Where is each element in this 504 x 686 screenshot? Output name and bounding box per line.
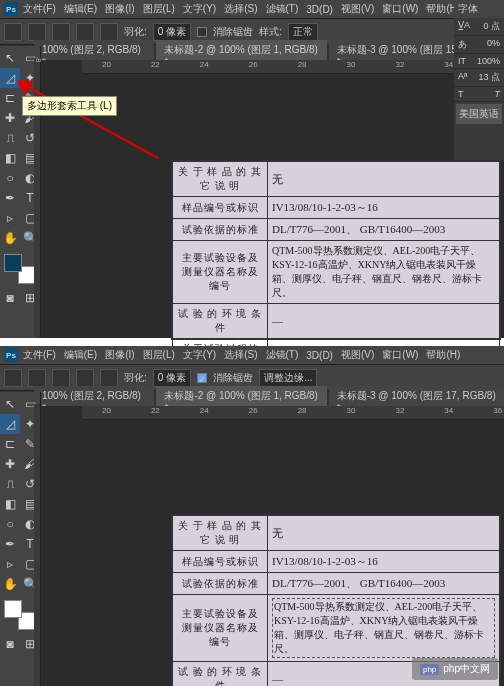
menu-view[interactable]: 视图(V)	[338, 348, 377, 362]
spec-table: 关 于 样 品 的 其 它 说 明无 样品编号或标识IV13/08/10-1-2…	[172, 161, 500, 374]
row1-value: 无	[268, 162, 500, 197]
php-badge-icon: php	[420, 664, 439, 675]
menu-edit[interactable]: 编辑(E)	[61, 2, 100, 16]
menu-filter[interactable]: 滤镜(T)	[263, 348, 302, 362]
row1-value: 无	[268, 516, 500, 551]
panel-title: 字体	[454, 0, 504, 18]
sel-sub-icon[interactable]	[76, 369, 94, 387]
sel-add-icon[interactable]	[52, 23, 70, 41]
move-tool[interactable]: ↖	[0, 48, 20, 68]
row5-label: 试 验 的 环 境 条 件	[173, 304, 268, 339]
menu-type[interactable]: 文字(Y)	[180, 348, 219, 362]
feather-input[interactable]: 0 像素	[153, 369, 191, 387]
pt1[interactable]: 13 点	[478, 71, 500, 84]
menu-3d[interactable]: 3D(D)	[303, 350, 336, 361]
sel-add-icon[interactable]	[52, 369, 70, 387]
ruler-vertical	[34, 404, 40, 686]
sel-new-icon[interactable]	[28, 23, 46, 41]
hand-tool[interactable]: ✋	[0, 228, 20, 248]
sel-sub-icon[interactable]	[76, 23, 94, 41]
canvas-area[interactable]: 2022242628303234363840 关 于 样 品 的 其 它 说 明…	[41, 406, 504, 686]
photoshop-bottom-instance: Ps 文件(F) 编辑(E) 图像(I) 图层(L) 文字(Y) 选择(S) 滤…	[0, 346, 504, 686]
lasso-tool[interactable]: ◿	[0, 414, 20, 434]
sel-intersect-icon[interactable]	[100, 23, 118, 41]
eraser-tool[interactable]: ◧	[0, 148, 20, 168]
menu-type[interactable]: 文字(Y)	[180, 2, 219, 16]
sel-new-icon[interactable]	[28, 369, 46, 387]
right-panel: 字体 V̲A0 点 あ0% IT100% Aª13 点 TT 美国英语	[454, 0, 504, 160]
pct3[interactable]: 100%	[477, 56, 500, 66]
menu-view[interactable]: 视图(V)	[338, 2, 377, 16]
quickmask-tool[interactable]: ◙	[0, 634, 20, 654]
stamp-tool[interactable]: ⎍	[0, 128, 20, 148]
foreground-swatch[interactable]	[4, 600, 22, 618]
quickmask-tool[interactable]: ◙	[0, 288, 20, 308]
eraser-tool[interactable]: ◧	[0, 494, 20, 514]
char-ti-icon[interactable]: T	[495, 89, 501, 99]
tool-preset-icon[interactable]	[4, 23, 22, 41]
refine-edge-button[interactable]: 调整边缘...	[259, 369, 317, 387]
sel-intersect-icon[interactable]	[100, 369, 118, 387]
antialias-label: 消除锯齿	[213, 371, 253, 385]
menu-edit[interactable]: 编辑(E)	[61, 348, 100, 362]
stamp-tool[interactable]: ⎍	[0, 474, 20, 494]
menu-select[interactable]: 选择(S)	[221, 348, 260, 362]
row3-value: DL/T776—2001、 GB/T16400—2003	[268, 573, 500, 595]
foreground-swatch[interactable]	[4, 254, 22, 272]
row3-label: 试验依据的标准	[173, 573, 268, 595]
menu-help[interactable]: 帮助(H)	[423, 348, 463, 362]
menu-filter[interactable]: 滤镜(T)	[263, 2, 302, 16]
menu-window[interactable]: 窗口(W)	[379, 348, 421, 362]
row1-label: 关 于 样 品 的 其 它 说 明	[173, 162, 268, 197]
ruler-horizontal: 2022242628303234363840	[82, 406, 504, 420]
heal-tool[interactable]: ✚	[0, 108, 20, 128]
row2-value: IV13/08/10-1-2-03～16	[268, 197, 500, 219]
menu-image[interactable]: 图像(I)	[102, 348, 137, 362]
menu-select[interactable]: 选择(S)	[221, 2, 260, 16]
annotation-arrow-icon	[18, 78, 168, 168]
tool-preset-icon[interactable]	[4, 369, 22, 387]
menu-3d[interactable]: 3D(D)	[303, 4, 336, 15]
pct1[interactable]: 0%	[487, 38, 500, 51]
menubar: Ps 文件(F) 编辑(E) 图像(I) 图层(L) 文字(Y) 选择(S) 滤…	[0, 346, 504, 365]
row3-label: 试验依据的标准	[173, 219, 268, 241]
style-select[interactable]: 正常	[288, 23, 318, 41]
move-tool[interactable]: ↖	[0, 394, 20, 414]
menu-image[interactable]: 图像(I)	[102, 2, 137, 16]
heal-tool[interactable]: ✚	[0, 454, 20, 474]
feather-label: 羽化:	[124, 25, 147, 39]
path-tool[interactable]: ▹	[0, 208, 20, 228]
row4-label: 主要试验设备及测量仪器名称及编号	[173, 595, 268, 662]
language-button[interactable]: 美国英语	[456, 104, 502, 124]
selection-marquee: QTM-500导热系数测定仪、AEL-200电子天平、KSY-12-16高温炉、…	[272, 598, 495, 658]
row2-label: 样品编号或标识	[173, 197, 268, 219]
row4-value: QTM-500导热系数测定仪、AEL-200电子天平、KSY-12-16高温炉、…	[268, 595, 500, 662]
ps-logo-icon: Ps	[4, 2, 18, 16]
menu-window[interactable]: 窗口(W)	[379, 2, 421, 16]
menu-file[interactable]: 文件(F)	[20, 348, 59, 362]
pen-tool[interactable]: ✒	[0, 188, 20, 208]
watermark-text: php中文网	[443, 662, 490, 676]
blur-tool[interactable]: ○	[0, 514, 20, 534]
crop-tool[interactable]: ⊏	[0, 88, 20, 108]
menu-file[interactable]: 文件(F)	[20, 2, 59, 16]
feather-label: 羽化:	[124, 371, 147, 385]
row3-value: DL/T776—2001、 GB/T16400—2003	[268, 219, 500, 241]
tool-tooltip: 多边形套索工具 (L)	[22, 96, 117, 116]
feather-input[interactable]: 0 像素	[153, 23, 191, 41]
row1-label: 关 于 样 品 的 其 它 说 明	[173, 516, 268, 551]
menu-layer[interactable]: 图层(L)	[140, 348, 178, 362]
tracking-value[interactable]: 0 点	[483, 20, 500, 33]
menu-layer[interactable]: 图层(L)	[140, 2, 178, 16]
photoshop-top-instance: Ps 文件(F) 编辑(E) 图像(I) 图层(L) 文字(Y) 选择(S) 滤…	[0, 0, 504, 338]
path-tool[interactable]: ▹	[0, 554, 20, 574]
menubar: Ps 文件(F) 编辑(E) 图像(I) 图层(L) 文字(Y) 选择(S) 滤…	[0, 0, 504, 19]
blur-tool[interactable]: ○	[0, 168, 20, 188]
hand-tool[interactable]: ✋	[0, 574, 20, 594]
char-t-icon[interactable]: T	[458, 89, 464, 99]
antialias-checkbox[interactable]: ✓	[197, 373, 207, 383]
lasso-tool[interactable]: ◿	[0, 68, 20, 88]
antialias-checkbox[interactable]	[197, 27, 207, 37]
pen-tool[interactable]: ✒	[0, 534, 20, 554]
crop-tool[interactable]: ⊏	[0, 434, 20, 454]
